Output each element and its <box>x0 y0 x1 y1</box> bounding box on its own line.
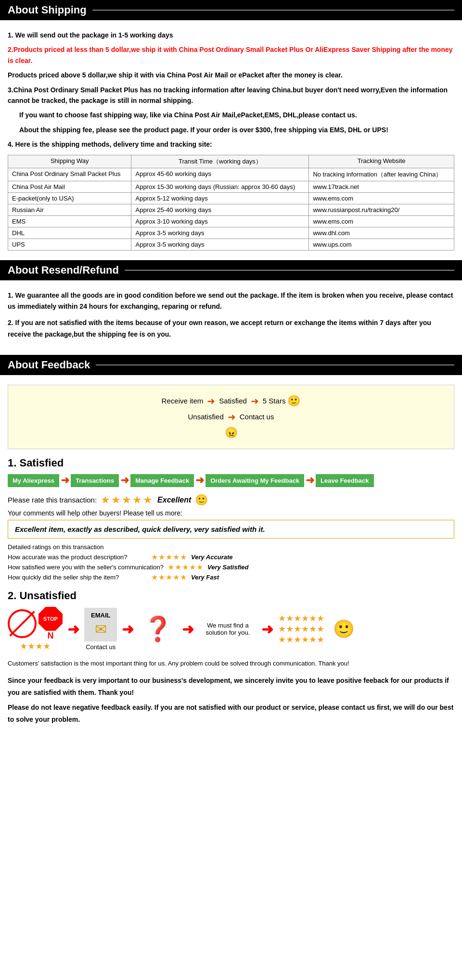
unsatisfied-flow-row: Unsatisfied ➜ Contact us <box>23 411 439 423</box>
solution-label: We must find a solution for you. <box>199 622 257 636</box>
detail-rating: Very Fast <box>191 574 219 581</box>
unsatisfied-flow: STOP N ★★★★ ➜ EMAIL ✉ Contact us ➜ ❓ <box>8 607 454 652</box>
table-cell: www.russianpost.ru/tracking20/ <box>309 204 454 215</box>
question-icon: ❓ <box>139 610 177 648</box>
unsatisfied-heading: 2. Unsatisfied <box>8 590 454 602</box>
shipping-point1: 1. We will send out the package in 1-5 w… <box>8 30 454 40</box>
leave-feedback-button[interactable]: Leave Feedback <box>316 474 373 487</box>
email-box: EMAIL ✉ Contact us <box>84 608 117 651</box>
flow-arrow-2: ➜ <box>120 474 129 487</box>
detail-stars: ★★★★★ <box>151 553 187 562</box>
shipping-section: About Shipping 1. We will send out the p… <box>0 0 462 260</box>
satisfied-flow-row: Receive item ➜ Satisfied ➜ 5 Stars 🙂 <box>23 395 439 407</box>
happy-emoji: 🙂 <box>195 494 208 506</box>
detail-row: How quickly did the seller ship the item… <box>8 573 454 582</box>
email-icon: ✉ <box>95 621 107 638</box>
solution-box: We must find a solution for you. <box>199 622 257 636</box>
unsat-arrow-4: ➜ <box>261 621 273 638</box>
manage-feedback-button[interactable]: Manage Feedback <box>130 474 194 487</box>
detailed-ratings: Detailed ratings on this transaction How… <box>8 543 454 582</box>
important-note-2: Please do not leave negative feedback ea… <box>8 702 454 726</box>
table-cell: Russian Air <box>8 204 131 215</box>
detail-label: How satisfied were you with the seller's… <box>8 564 164 571</box>
refund-section: About Resend/Refund 1. We guarantee all … <box>0 260 462 355</box>
refund-point1: 1. We guarantee all the goods are in goo… <box>8 290 454 313</box>
table-row: EMSApprox 3-10 working dayswww.ems.com <box>8 215 454 227</box>
detail-row: How satisfied were you with the seller's… <box>8 563 454 572</box>
table-cell: UPS <box>8 239 131 250</box>
important-note-1: Since your feedback is very important to… <box>8 675 454 699</box>
table-cell: Approx 3-10 working days <box>131 215 309 227</box>
table-header-way: Shipping Way <box>8 155 131 168</box>
table-cell: No tracking information（after leaving Ch… <box>309 168 454 181</box>
stop-text: STOP <box>43 616 58 622</box>
important-note: Since your feedback is very important to… <box>8 675 454 726</box>
star-row-unsat: ★★★★ <box>20 641 51 652</box>
detail-stars: ★★★★★ <box>151 573 187 582</box>
table-header-tracking: Tracking Website <box>309 155 454 168</box>
detail-rating: Very Accurate <box>191 553 232 561</box>
unsat-arrow-2: ➜ <box>122 621 134 638</box>
shipping-point4: 4. Here is the shipping methods, deliver… <box>8 139 454 150</box>
satisfied-heading: 1. Satisfied <box>8 457 454 469</box>
detail-stars: ★★★★★ <box>167 563 204 572</box>
orders-awaiting-button[interactable]: Orders Awaiting My Feedback <box>205 474 304 487</box>
feedback-info-box: Receive item ➜ Satisfied ➜ 5 Stars 🙂 Uns… <box>8 385 454 449</box>
shipping-point2-normal: Products priced above 5 dollar,we ship i… <box>8 70 454 80</box>
table-row: DHLApprox 3-5 working dayswww.dhl.com <box>8 227 454 239</box>
rating-line-1: ★★★★★★ <box>278 613 324 624</box>
refund-content: 1. We guarantee all the goods are in goo… <box>0 280 462 355</box>
satisfied-label: Satisfied <box>219 397 247 405</box>
table-cell: EMS <box>8 215 131 227</box>
table-cell: Approx 3-5 working days <box>131 227 309 239</box>
rating-stars: ★★★★★ <box>101 494 154 506</box>
refund-point2: 2. If you are not satisfied with the ite… <box>8 317 454 340</box>
arrow-icon-2: ➜ <box>251 395 259 407</box>
angry-emoji: 😠 <box>23 427 439 439</box>
shipping-header: About Shipping <box>0 0 462 20</box>
shipping-content: 1. We will send out the package in 1-5 w… <box>0 20 462 260</box>
table-row: China Post Air MailApprox 15-30 working … <box>8 181 454 192</box>
rating-block: ★★★★★★ ★★★★★★ ★★★★★★ <box>278 613 324 645</box>
no-sign-box: STOP N ★★★★ <box>8 607 63 652</box>
refund-header: About Resend/Refund <box>0 260 462 280</box>
table-cell: www.17track.net <box>309 181 454 192</box>
email-label: EMAIL <box>91 612 110 619</box>
feedback-section: About Feedback Receive item ➜ Satisfied … <box>0 355 462 736</box>
table-cell: Approx 5-12 working days <box>131 192 309 204</box>
arrow-icon-3: ➜ <box>228 411 236 423</box>
detailed-label: Detailed ratings on this transaction <box>8 543 454 551</box>
feedback-flow-buttons: My Aliexpress ➜ Transactions ➜ Manage Fe… <box>8 474 454 487</box>
shipping-point3: 3.China Post Ordinary Small Packet Plus … <box>8 85 454 106</box>
table-cell: Approx 15-30 working days (Russian: appr… <box>131 181 309 192</box>
comment-prompt: Your comments will help other buyers! Pl… <box>8 509 454 517</box>
table-cell: E-packet(only to USA) <box>8 192 131 204</box>
unsat-arrow-3: ➜ <box>182 621 194 638</box>
detail-rating: Very Satisfied <box>207 564 249 571</box>
flow-arrow-1: ➜ <box>61 474 69 487</box>
table-row: E-packet(only to USA)Approx 5-12 working… <box>8 192 454 204</box>
happy-face-icon: 🙂 <box>333 619 355 639</box>
rating-line-3: ★★★★★★ <box>278 634 324 645</box>
table-cell: Approx 25-40 working days <box>131 204 309 215</box>
unsatisfied-label: Unsatisfied <box>188 413 224 421</box>
comment-box: Excellent item, exactly as described, qu… <box>8 520 454 539</box>
shipping-title: About Shipping <box>8 4 87 16</box>
feedback-content: Receive item ➜ Satisfied ➜ 5 Stars 🙂 Uns… <box>0 375 462 736</box>
detail-label: How quickly did the seller ship the item… <box>8 574 147 581</box>
unsat-arrow-1: ➜ <box>67 621 79 638</box>
satisfaction-note: Customers' satisfaction is the most impo… <box>8 658 454 669</box>
shipping-point3-indent1: If you want to choose fast shipping way,… <box>8 110 454 120</box>
my-aliexpress-button[interactable]: My Aliexpress <box>8 474 59 487</box>
excellent-label: Excellent <box>157 496 191 504</box>
table-cell: www.ups.com <box>309 239 454 250</box>
table-cell: DHL <box>8 227 131 239</box>
table-cell: www.ems.com <box>309 192 454 204</box>
rate-row: Please rate this transaction: ★★★★★ Exce… <box>8 494 454 506</box>
receive-item-label: Receive item <box>162 397 204 405</box>
table-cell: China Post Air Mail <box>8 181 131 192</box>
transactions-button[interactable]: Transactions <box>71 474 119 487</box>
no-sign-icon <box>8 609 37 638</box>
rate-label: Please rate this transaction: <box>8 496 97 504</box>
contact-us-label: Contact us <box>86 643 116 651</box>
